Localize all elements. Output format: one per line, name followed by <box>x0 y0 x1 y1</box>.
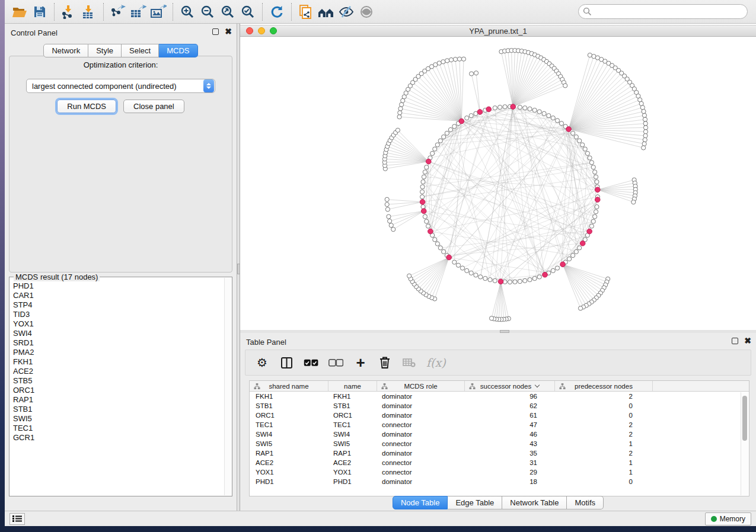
table-cell: ORC1 <box>328 412 377 419</box>
table-cell: YOX1 <box>250 469 328 476</box>
control-panel-title: Control Panel <box>11 28 58 37</box>
tab-style[interactable]: Style <box>88 44 122 57</box>
mcds-result-item[interactable]: RAP1 <box>13 395 224 405</box>
table-cell: 2 <box>555 393 653 400</box>
task-history-button[interactable] <box>9 513 25 525</box>
mcds-result-item[interactable]: SWI4 <box>13 329 224 338</box>
add-column-icon[interactable]: + <box>353 354 368 372</box>
table-cell: FKH1 <box>250 393 328 400</box>
table-row[interactable]: SWI4SWI4dominator462 <box>250 430 749 439</box>
mcds-result-item[interactable]: CAR1 <box>13 291 224 300</box>
tab-node-table[interactable]: Node Table <box>393 496 448 509</box>
table-cell: SWI5 <box>328 440 377 447</box>
mcds-result-item[interactable]: ACE2 <box>13 367 224 376</box>
table-cell: 2 <box>555 450 653 457</box>
import-table-icon[interactable] <box>79 3 99 21</box>
float-panel-icon[interactable] <box>732 338 738 344</box>
table-row[interactable]: PHD1PHD1dominator180 <box>250 477 749 486</box>
column-header-predecessor-nodes[interactable]: predecessor nodes <box>555 381 653 391</box>
mcds-result-item[interactable]: STB1 <box>13 405 224 414</box>
table-row[interactable]: STB1STB1dominator620 <box>250 401 749 411</box>
tab-edge-table[interactable]: Edge Table <box>448 496 502 509</box>
export-table-icon[interactable] <box>128 3 148 21</box>
export-image-icon[interactable] <box>148 3 168 21</box>
mcds-result-item[interactable]: FKH1 <box>13 357 224 367</box>
hierarchy-icon <box>469 383 476 391</box>
mcds-result-item[interactable]: GCR1 <box>13 433 224 443</box>
mcds-result-list[interactable]: PHD1CAR1STP4TID3YOX1SWI4SRD1PMA2FKH1ACE2… <box>13 281 224 495</box>
network-window-titlebar[interactable]: YPA_prune.txt_1 <box>240 25 756 37</box>
memory-button[interactable]: Memory <box>705 512 751 525</box>
table-cell: 0 <box>555 402 653 409</box>
dropdown-stepper-icon <box>203 79 214 92</box>
list-icon <box>12 515 22 523</box>
refresh-icon[interactable] <box>267 3 287 21</box>
table-row[interactable]: TEC1TEC1connector472 <box>250 420 749 430</box>
deselect-all-icon[interactable] <box>328 359 343 367</box>
save-session-icon[interactable] <box>30 3 50 21</box>
mcds-result-item[interactable]: TEC1 <box>13 424 224 433</box>
zoom-selected-icon[interactable] <box>238 3 258 21</box>
table-cell: PHD1 <box>250 478 328 485</box>
table-scrollbar[interactable] <box>741 392 748 495</box>
mcds-result-scrollbar[interactable] <box>224 278 231 495</box>
network-search-input[interactable] <box>578 4 748 19</box>
tab-select[interactable]: Select <box>122 44 159 57</box>
table-cell: 43 <box>465 440 555 447</box>
table-row[interactable]: SWI5SWI5connector431 <box>250 439 749 448</box>
column-header-successor-nodes[interactable]: successor nodes <box>465 381 555 391</box>
scrollbar-thumb[interactable] <box>742 396 747 441</box>
mcds-result-item[interactable]: PMA2 <box>13 348 224 357</box>
clone-network-icon[interactable] <box>296 3 316 21</box>
run-mcds-button[interactable]: Run MCDS <box>57 100 116 113</box>
close-panel-icon[interactable]: ✖ <box>744 337 751 345</box>
table-cell: 0 <box>555 478 653 485</box>
tab-network-table[interactable]: Network Table <box>502 496 567 509</box>
tab-mcds[interactable]: MCDS <box>159 44 197 57</box>
mcds-result-item[interactable]: SRD1 <box>13 338 224 348</box>
close-panel-icon[interactable]: ✖ <box>225 28 232 36</box>
tab-motifs[interactable]: Motifs <box>567 496 604 509</box>
mcds-result-item[interactable]: ORC1 <box>13 386 224 395</box>
mcds-result-item[interactable]: STB5 <box>13 376 224 386</box>
tab-network[interactable]: Network <box>43 44 88 57</box>
zoom-in-icon[interactable] <box>177 3 197 21</box>
table-cell: 31 <box>465 459 555 466</box>
delete-column-icon[interactable] <box>378 357 392 368</box>
settings-gear-icon[interactable]: ⚙ <box>255 355 269 370</box>
import-network-icon[interactable] <box>59 3 79 21</box>
close-panel-button[interactable]: Close panel <box>123 100 184 113</box>
network-canvas[interactable] <box>240 37 756 330</box>
mcds-result-item[interactable]: PHD1 <box>13 281 224 291</box>
function-builder-icon: f(x) <box>426 356 446 369</box>
table-row[interactable]: RAP1RAP1dominator352 <box>250 448 749 458</box>
open-file-icon[interactable] <box>9 3 30 21</box>
mcds-result-item[interactable]: TID3 <box>13 310 224 319</box>
table-row[interactable]: YOX1YOX1connector291 <box>250 467 749 477</box>
mcds-result-item[interactable]: STP4 <box>13 300 224 310</box>
table-row[interactable]: FKH1FKH1dominator962 <box>250 392 749 401</box>
optimization-criterion-select[interactable]: largest connected component (undirected) <box>26 79 215 93</box>
search-network-icon[interactable] <box>316 3 336 21</box>
mcds-result-item[interactable]: SWI5 <box>13 414 224 424</box>
table-cell: 61 <box>465 412 555 419</box>
table-cell: PHD1 <box>328 478 377 485</box>
export-network-icon[interactable] <box>108 3 128 21</box>
mcds-result-item[interactable]: YOX1 <box>13 319 224 329</box>
table-row[interactable]: ACE2ACE2connector311 <box>250 458 749 467</box>
table-cell: 47 <box>465 421 555 428</box>
hide-graphics-icon[interactable] <box>336 3 356 21</box>
zoom-out-icon[interactable] <box>197 3 218 21</box>
select-all-icon[interactable] <box>304 359 318 367</box>
column-header-MCDS-role[interactable]: MCDS role <box>377 381 465 391</box>
column-header-name[interactable]: name <box>328 381 377 391</box>
node-table[interactable]: shared namenameMCDS rolesuccessor nodesp… <box>249 380 749 496</box>
sort-desc-icon <box>535 383 540 387</box>
show-graphics-icon[interactable] <box>356 3 377 21</box>
optimization-criterion-value: largest connected component (undirected) <box>32 82 177 91</box>
zoom-fit-icon[interactable] <box>218 3 238 21</box>
column-header-shared-name[interactable]: shared name <box>250 381 328 391</box>
show-column-icon[interactable] <box>279 357 294 368</box>
table-row[interactable]: ORC1ORC1dominator610 <box>250 411 749 420</box>
float-panel-icon[interactable] <box>212 28 219 35</box>
